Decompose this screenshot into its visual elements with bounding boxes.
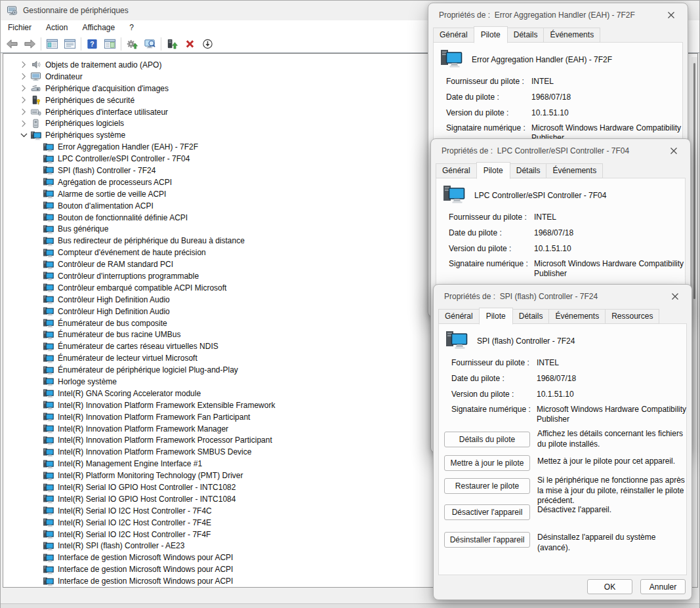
field-label: Version du pilote :: [451, 390, 514, 399]
chevron-right-icon[interactable]: [19, 108, 28, 117]
tree-item-label: Intel(R) Innovation Platform Framework S…: [58, 447, 251, 456]
tree-item-label: Contrôleur de RAM standard PCI: [58, 260, 173, 269]
tree-item-label: Interface de gestion Microsoft Windows p…: [58, 565, 233, 574]
disable-device-icon[interactable]: [199, 36, 216, 52]
update-driver-icon[interactable]: [163, 36, 181, 52]
tab-événements[interactable]: Événements: [546, 163, 603, 178]
tab-détails[interactable]: Détails: [512, 309, 550, 324]
chevron-right-icon[interactable]: [19, 84, 28, 93]
help-icon[interactable]: ?: [83, 36, 101, 52]
chevron-right-icon[interactable]: [19, 60, 28, 70]
device-manager-app-icon: [7, 5, 18, 16]
chevron-right-icon[interactable]: [19, 72, 28, 81]
action-pane-icon[interactable]: [101, 36, 119, 52]
tab-row: GénéralPiloteDétailsÉvénementsRessources: [438, 308, 687, 324]
system-device-icon: [43, 424, 54, 434]
device-name: SPI (flash) Controller - 7F24: [477, 336, 575, 346]
tab-ressources[interactable]: Ressources: [605, 309, 659, 324]
field-label: Signataire numérique :: [449, 259, 528, 268]
svg-text:?: ?: [90, 40, 94, 47]
tab-détails[interactable]: Détails: [507, 28, 545, 43]
system-device-icon: [43, 436, 54, 445]
properties-icon[interactable]: [61, 36, 79, 52]
update-driver-button-description: Mettez à jour le pilote pour cet apparei…: [537, 456, 690, 467]
roll-back-driver-button[interactable]: Restaurer le pilote: [444, 478, 530, 494]
system-device-icon: [43, 189, 54, 199]
security-icon: [30, 95, 41, 105]
show-console-tree-icon[interactable]: [43, 36, 61, 52]
chevron-right-icon[interactable]: [19, 96, 28, 105]
driver-field-row: Date du pilote :1968/07/18: [446, 92, 677, 106]
tab-pilote[interactable]: Pilote: [474, 26, 508, 43]
menu-affichage[interactable]: Affichage: [75, 20, 122, 35]
driver-field-row: Fournisseur du pilote :INTEL: [449, 213, 680, 226]
close-icon[interactable]: [663, 7, 680, 24]
tree-item-label: Périphériques d'interface utilisateur: [45, 108, 168, 117]
tab-pilote[interactable]: Pilote: [479, 308, 513, 325]
tree-item-label: Bouton d'alimentation ACPI: [58, 201, 154, 211]
tree-item-label: Intel(R) SPI (flash) Controller - AE23: [58, 541, 184, 550]
tree-item-label: Contrôleur d'interruptions programmable: [58, 272, 199, 281]
tree-item-label: Intel(R) Platform Monitoring Technology …: [58, 471, 243, 480]
tab-événements[interactable]: Événements: [548, 309, 606, 324]
tab-pilote[interactable]: Pilote: [476, 162, 510, 179]
dialog-titlebar[interactable]: Propriétés de : Error Aggregation Handle…: [428, 3, 688, 27]
update-driver-button[interactable]: Mettre à jour le pilote: [444, 455, 530, 471]
system-device-icon: [43, 529, 54, 539]
system-device-icon: [43, 471, 54, 481]
system-device-icon: [43, 236, 54, 246]
system-device-icon: [43, 283, 54, 293]
driver-field-row: Signataire numérique :Microsoft Windows …: [446, 123, 677, 136]
ok-button[interactable]: OK: [587, 579, 632, 594]
field-value: 1968/07/18: [534, 228, 700, 238]
field-label: Version du pilote :: [449, 244, 511, 253]
tab-général[interactable]: Général: [433, 28, 474, 43]
field-value: Microsoft Windows Hardware Compatibility…: [534, 259, 700, 279]
menu-fichier[interactable]: Fichier: [1, 20, 39, 35]
tree-item-label: Énumérateur de cartes réseau virtuelles …: [58, 342, 218, 351]
close-icon[interactable]: [665, 142, 682, 159]
tree-item-label: Périphériques logiciels: [45, 119, 124, 128]
device-icon: [445, 330, 468, 350]
system-device-icon: [43, 494, 54, 504]
system-device-icon: [43, 165, 54, 175]
system-device-icon: [43, 506, 54, 516]
forward-icon[interactable]: [21, 36, 39, 52]
tab-détails[interactable]: Détails: [510, 163, 547, 178]
tree-item-label: Contrôleur High Definition Audio: [58, 307, 170, 316]
cancel-button[interactable]: Annuler: [640, 579, 686, 594]
system-device-icon: [43, 224, 54, 234]
disable-device-button[interactable]: Désactiver l'appareil: [444, 504, 530, 520]
system-device-icon: [43, 577, 54, 586]
field-label: Fournisseur du pilote :: [451, 358, 529, 367]
close-icon[interactable]: [667, 288, 684, 305]
tree-item-label: Intel(R) Serial IO I2C Host Controller -…: [58, 506, 212, 516]
field-value: 1968/07/18: [531, 92, 699, 102]
tree-item-label: Compteur d'événement de haute précision: [58, 248, 206, 257]
tab-événements[interactable]: Événements: [543, 28, 600, 43]
tab-général[interactable]: Général: [438, 309, 480, 324]
system-device-icon: [43, 565, 54, 575]
tree-item-label: Bouton de fonctionnalité définie ACPI: [58, 213, 188, 222]
tree-item-label: Intel(R) Serial IO GPIO Host Controller …: [58, 495, 236, 504]
driver-details-button[interactable]: Détails du pilote: [444, 432, 530, 447]
chevron-down-icon[interactable]: [19, 131, 28, 140]
disable-device-button-description: Désactivez l'appareil.: [537, 505, 690, 516]
system-device-icon: [43, 483, 54, 493]
menu-action[interactable]: Action: [39, 20, 75, 35]
toolbar-separator: [41, 37, 41, 51]
speaker-icon: [30, 60, 41, 70]
scan-hardware-changes-icon[interactable]: [141, 36, 159, 52]
back-icon[interactable]: [3, 36, 21, 52]
system-device-icon: [43, 271, 54, 281]
uninstall-device-button[interactable]: Désinstaller l'appareil: [444, 532, 530, 548]
gear-update-icon[interactable]: [123, 36, 141, 52]
dialog-titlebar[interactable]: Propriétés de : SPI (flash) Controller -…: [434, 285, 691, 308]
uninstall-device-icon[interactable]: [181, 36, 199, 52]
tree-item-label: Contrôleur embarqué compatible ACPI Micr…: [58, 283, 226, 293]
tree-item-label: Bus redirecteur de périphérique du Burea…: [58, 236, 245, 245]
chevron-right-icon[interactable]: [19, 119, 28, 128]
menu-help[interactable]: ?: [122, 20, 141, 35]
dialog-titlebar[interactable]: Propriétés de : LPC Controller/eSPI Cont…: [431, 139, 690, 163]
tab-général[interactable]: Général: [436, 163, 477, 178]
